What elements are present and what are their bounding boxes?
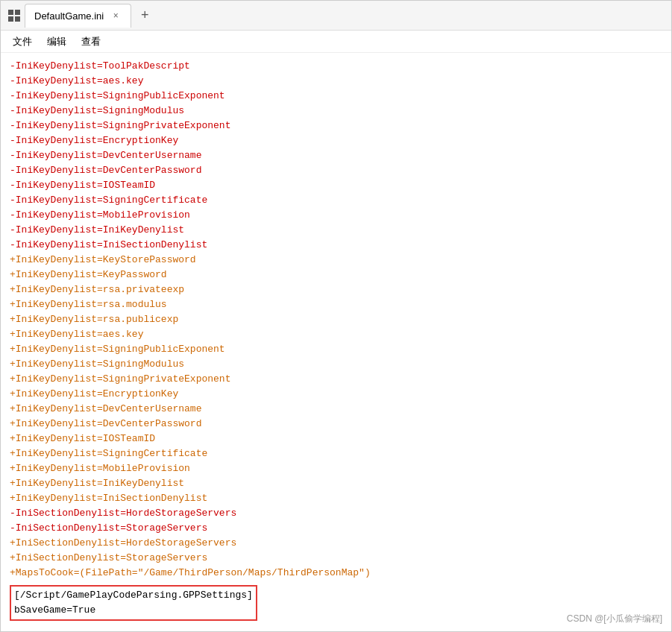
svg-rect-2: [8, 16, 13, 22]
editor-area[interactable]: -IniKeyDenylist=ToolPakDescript-IniKeyDe…: [1, 53, 671, 631]
code-line: +IniKeyDenylist=EncryptionKey: [10, 387, 662, 402]
code-line: +IniKeyDenylist=SigningPublicExponent: [10, 342, 662, 357]
highlighted-line-1: [/Script/GamePlayCodeParsing.GPPSettings…: [14, 588, 253, 603]
code-line: +IniSectionDenylist=StorageServers: [10, 551, 662, 566]
code-line: -IniKeyDenylist=IniKeyDenylist: [10, 223, 662, 238]
code-line: +IniKeyDenylist=rsa.publicexp: [10, 312, 662, 327]
svg-rect-0: [8, 10, 13, 15]
code-line: -IniKeyDenylist=SigningCertificate: [10, 193, 662, 208]
code-line: +IniKeyDenylist=DevCenterUsername: [10, 402, 662, 417]
code-line: +IniKeyDenylist=aes.key: [10, 327, 662, 342]
highlighted-section: [/Script/GamePlayCodeParsing.GPPSettings…: [10, 585, 257, 621]
code-line: -IniKeyDenylist=SigningPrivateExponent: [10, 118, 662, 133]
code-line: +IniKeyDenylist=IniKeyDenylist: [10, 476, 662, 491]
title-bar: DefaultGame.ini × +: [1, 1, 671, 31]
code-line: -IniKeyDenylist=ToolPakDescript: [10, 59, 662, 74]
code-line: -IniSectionDenylist=StorageServers: [10, 521, 662, 536]
code-line: -IniSectionDenylist=HordeStorageServers: [10, 506, 662, 521]
tab-close-button[interactable]: ×: [110, 10, 122, 22]
app-icon: [7, 8, 22, 23]
code-line: -IniKeyDenylist=EncryptionKey: [10, 133, 662, 148]
code-line: -IniKeyDenylist=IOSTeamID: [10, 178, 662, 193]
code-line: +IniKeyDenylist=SigningPrivateExponent: [10, 372, 662, 387]
tab-title: DefaultGame.ini: [34, 10, 104, 22]
main-window: DefaultGame.ini × + 文件 编辑 查看 -IniKeyDeny…: [0, 0, 672, 632]
code-line: +MapsToCook=(FilePath="/Game/ThirdPerson…: [10, 566, 662, 581]
menu-edit[interactable]: 编辑: [41, 32, 72, 51]
code-line: +IniKeyDenylist=rsa.modulus: [10, 297, 662, 312]
new-tab-button[interactable]: +: [134, 5, 155, 26]
code-line: +IniKeyDenylist=SigningCertificate: [10, 446, 662, 461]
menu-bar: 文件 编辑 查看: [1, 31, 671, 53]
code-line: +IniKeyDenylist=SigningModulus: [10, 357, 662, 372]
code-line: -IniKeyDenylist=DevCenterPassword: [10, 163, 662, 178]
code-line: +IniKeyDenylist=IniSectionDenylist: [10, 491, 662, 506]
menu-file[interactable]: 文件: [7, 32, 38, 51]
highlighted-line-2: bSaveGame=True: [14, 603, 253, 618]
code-content: -IniKeyDenylist=ToolPakDescript-IniKeyDe…: [1, 56, 671, 624]
code-line: +IniSectionDenylist=HordeStorageServers: [10, 536, 662, 551]
svg-rect-3: [15, 16, 20, 22]
code-line: +IniKeyDenylist=DevCenterPassword: [10, 417, 662, 432]
code-line: +IniKeyDenylist=KeyStorePassword: [10, 253, 662, 268]
watermark: CSDN @[小瓜偷学编程]: [567, 613, 662, 625]
code-line: -IniKeyDenylist=SigningModulus: [10, 104, 662, 118]
code-line: +IniKeyDenylist=MobileProvision: [10, 461, 662, 476]
code-line: +IniKeyDenylist=IOSTeamID: [10, 432, 662, 446]
code-line: +IniKeyDenylist=rsa.privateexp: [10, 282, 662, 297]
menu-view[interactable]: 查看: [75, 32, 107, 51]
code-line: -IniKeyDenylist=MobileProvision: [10, 208, 662, 223]
code-line: -IniKeyDenylist=DevCenterUsername: [10, 148, 662, 163]
code-line: -IniKeyDenylist=aes.key: [10, 74, 662, 89]
file-tab[interactable]: DefaultGame.ini ×: [25, 4, 131, 28]
code-line: +IniKeyDenylist=KeyPassword: [10, 268, 662, 282]
svg-rect-1: [15, 10, 20, 15]
code-line: -IniKeyDenylist=SigningPublicExponent: [10, 89, 662, 104]
code-line: -IniKeyDenylist=IniSectionDenylist: [10, 238, 662, 253]
